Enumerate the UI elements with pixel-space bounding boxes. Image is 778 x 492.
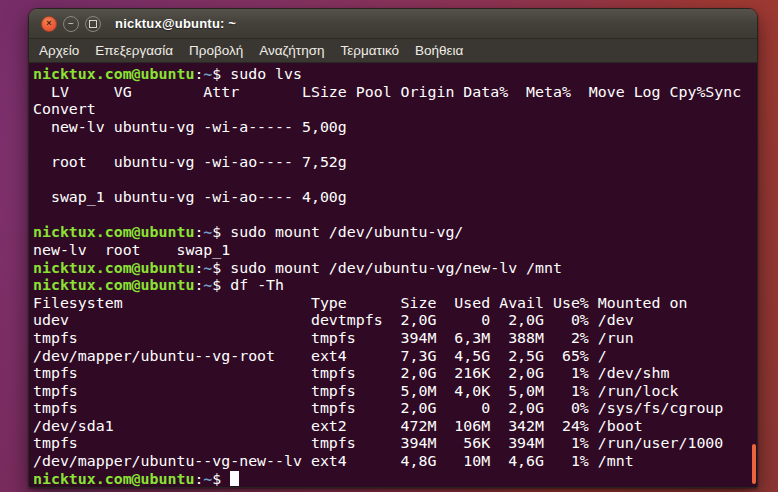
- output-text: tmpfs tmpfs 394M 56K 394M 1% /run/user/1…: [33, 434, 723, 452]
- output-text: swap_1 ubuntu-vg -wi-ao---- 4,00g: [33, 188, 347, 206]
- command-text: sudo lvs: [230, 65, 302, 83]
- prompt-dollar: $: [212, 276, 230, 294]
- terminal-output-line: tmpfs tmpfs 2,0G 216K 2,0G 1% /dev/shm: [33, 365, 757, 383]
- window-titlebar[interactable]: × − nicktux@ubuntu: ~: [29, 9, 757, 39]
- terminal-output-line: Convert: [33, 101, 757, 119]
- terminal-output-line: new-lv ubuntu-vg -wi-a----- 5,00g: [33, 119, 757, 137]
- terminal-prompt-line: nicktux.com@ubuntu:~$ df -Th: [33, 277, 757, 295]
- output-text: root ubuntu-vg -wi-ao---- 7,52g: [33, 153, 347, 171]
- prompt-user-host: nicktux.com@ubuntu: [33, 259, 194, 277]
- terminal-prompt-line: nicktux.com@ubuntu:~$ sudo mount /dev/ub…: [33, 224, 757, 242]
- prompt-dollar: $: [212, 223, 230, 241]
- prompt-path: ~: [203, 470, 212, 487]
- close-icon[interactable]: ×: [41, 16, 57, 32]
- prompt-user-host: nicktux.com@ubuntu: [33, 276, 194, 294]
- terminal-output-line: /dev/sda1 ext2 472M 106M 342M 24% /boot: [33, 418, 757, 436]
- terminal-output-line: /dev/mapper/ubuntu--vg-root ext4 7,3G 4,…: [33, 348, 757, 366]
- terminal-output: nicktux.com@ubuntu:~$ sudo lvs LV VG Att…: [33, 66, 757, 487]
- terminal-output-line: swap_1 ubuntu-vg -wi-ao---- 4,00g: [33, 189, 757, 207]
- terminal-output-line: tmpfs tmpfs 5,0M 4,0K 5,0M 1% /run/lock: [33, 383, 757, 401]
- prompt-user-host: nicktux.com@ubuntu: [33, 65, 194, 83]
- terminal-output-line: LV VG Attr LSize Pool Origin Data% Meta%…: [33, 84, 757, 102]
- output-text: Convert: [33, 100, 96, 118]
- prompt-dollar: $: [212, 259, 230, 277]
- prompt-separator: :: [194, 65, 203, 83]
- minimize-icon[interactable]: −: [63, 16, 79, 32]
- terminal-output-line: [33, 136, 757, 154]
- output-text: /dev/mapper/ubuntu--vg-root ext4 7,3G 4,…: [33, 347, 607, 365]
- prompt-path: ~: [203, 259, 212, 277]
- menu-item-2[interactable]: Προβολή: [181, 40, 251, 61]
- terminal-output-line: [33, 207, 757, 225]
- menu-item-3[interactable]: Αναζήτηση: [251, 40, 332, 61]
- terminal-window: × − nicktux@ubuntu: ~ ΑρχείοΕπεξεργασίαΠ…: [28, 8, 758, 488]
- scrollbar-thumb[interactable]: [752, 444, 756, 484]
- prompt-path: ~: [203, 65, 212, 83]
- prompt-user-host: nicktux.com@ubuntu: [33, 470, 194, 487]
- window-controls: × −: [41, 16, 101, 32]
- terminal-output-line: tmpfs tmpfs 394M 56K 394M 1% /run/user/1…: [33, 435, 757, 453]
- output-text: tmpfs tmpfs 2,0G 216K 2,0G 1% /dev/shm: [33, 364, 670, 382]
- output-text: tmpfs tmpfs 5,0M 4,0K 5,0M 1% /run/lock: [33, 382, 678, 400]
- output-text: new-lv ubuntu-vg -wi-a----- 5,00g: [33, 118, 347, 136]
- command-text: df -Th: [230, 276, 284, 294]
- prompt-user-host: nicktux.com@ubuntu: [33, 223, 194, 241]
- menu-item-5[interactable]: Βοήθεια: [407, 40, 471, 61]
- window-title: nicktux@ubuntu: ~: [115, 16, 236, 31]
- prompt-separator: :: [194, 276, 203, 294]
- terminal-prompt-line: nicktux.com@ubuntu:~$ sudo mount /dev/ub…: [33, 260, 757, 278]
- terminal-output-line: tmpfs tmpfs 394M 6,3M 388M 2% /run: [33, 330, 757, 348]
- output-text: udev devtmpfs 2,0G 0 2,0G 0% /dev: [33, 311, 634, 329]
- prompt-separator: :: [194, 470, 203, 487]
- output-text: LV VG Attr LSize Pool Origin Data% Meta%…: [33, 83, 741, 101]
- output-text: tmpfs tmpfs 2,0G 0 2,0G 0% /sys/fs/cgrou…: [33, 399, 723, 417]
- prompt-dollar: $: [212, 470, 230, 487]
- prompt-path: ~: [203, 223, 212, 241]
- terminal-output-line: /dev/mapper/ubuntu--vg-new--lv ext4 4,8G…: [33, 453, 757, 471]
- output-text: /dev/sda1 ext2 472M 106M 342M 24% /boot: [33, 417, 643, 435]
- prompt-dollar: $: [212, 65, 230, 83]
- command-text: sudo mount /dev/ubuntu-vg/: [230, 223, 463, 241]
- terminal-output-line: new-lv root swap_1: [33, 242, 757, 260]
- output-text: Filesystem Type Size Used Avail Use% Mou…: [33, 294, 687, 312]
- terminal-cursor: [230, 471, 239, 486]
- desktop-background: × − nicktux@ubuntu: ~ ΑρχείοΕπεξεργασίαΠ…: [0, 0, 778, 492]
- maximize-square-glyph: [89, 20, 97, 28]
- prompt-separator: :: [194, 259, 203, 277]
- terminal-prompt-line: nicktux.com@ubuntu:~$: [33, 471, 757, 487]
- menu-item-1[interactable]: Επεξεργασία: [87, 40, 181, 61]
- output-text: new-lv root swap_1: [33, 241, 230, 259]
- terminal-prompt-line: nicktux.com@ubuntu:~$ sudo lvs: [33, 66, 757, 84]
- maximize-icon[interactable]: [85, 16, 101, 32]
- terminal-output-line: Filesystem Type Size Used Avail Use% Mou…: [33, 295, 757, 313]
- terminal-screen[interactable]: nicktux.com@ubuntu:~$ sudo lvs LV VG Att…: [29, 63, 757, 487]
- prompt-path: ~: [203, 276, 212, 294]
- menu-item-0[interactable]: Αρχείο: [31, 40, 87, 61]
- command-text: sudo mount /dev/ubuntu-vg/new-lv /mnt: [230, 259, 562, 277]
- prompt-separator: :: [194, 223, 203, 241]
- output-text: /dev/mapper/ubuntu--vg-new--lv ext4 4,8G…: [33, 452, 634, 470]
- terminal-output-line: tmpfs tmpfs 2,0G 0 2,0G 0% /sys/fs/cgrou…: [33, 400, 757, 418]
- menu-item-4[interactable]: Τερματικό: [333, 40, 407, 61]
- terminal-output-line: [33, 172, 757, 190]
- menu-bar: ΑρχείοΕπεξεργασίαΠροβολήΑναζήτησηΤερματι…: [29, 39, 757, 63]
- terminal-output-line: root ubuntu-vg -wi-ao---- 7,52g: [33, 154, 757, 172]
- output-text: tmpfs tmpfs 394M 6,3M 388M 2% /run: [33, 329, 634, 347]
- terminal-output-line: udev devtmpfs 2,0G 0 2,0G 0% /dev: [33, 312, 757, 330]
